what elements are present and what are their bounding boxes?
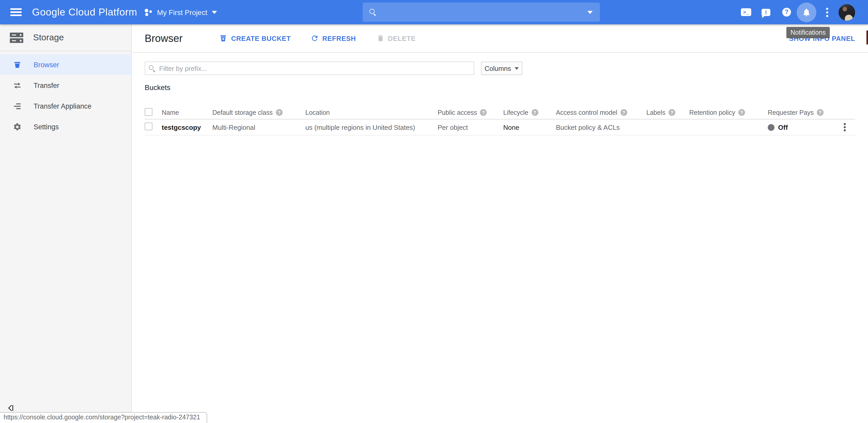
requester-pays-value: Off bbox=[778, 123, 788, 131]
storage-class-cell: Multi-Regional bbox=[212, 123, 305, 131]
requester-pays-cell: Off bbox=[768, 123, 842, 131]
create-bucket-label: CREATE BUCKET bbox=[231, 34, 291, 42]
sidebar-item-label: Settings bbox=[34, 123, 59, 131]
bell-hover-circle bbox=[797, 2, 816, 22]
column-header: Retention policy bbox=[689, 109, 735, 116]
row-menu-kebab-icon[interactable] bbox=[844, 123, 846, 131]
storage-product-icon bbox=[9, 31, 24, 44]
sidebar-item-label: Browser bbox=[34, 61, 59, 68]
project-selector[interactable]: My First Project bbox=[145, 0, 217, 24]
column-header: Name bbox=[162, 109, 179, 116]
sidebar-item-transfer-appliance[interactable]: Transfer Appliance bbox=[0, 96, 131, 116]
notifications-tooltip: Notifications bbox=[786, 27, 830, 38]
sidebar-item-browser[interactable]: Browser bbox=[0, 54, 131, 75]
column-header: Public access bbox=[438, 109, 477, 116]
table-row: testgcscopy Multi-Regional us (multiple … bbox=[145, 119, 855, 136]
transfer-arrows-icon bbox=[13, 81, 22, 90]
cloud-shell-button[interactable]: >_ bbox=[740, 0, 752, 24]
main-content: Browser CREATE BUCKET REFRESH DELETE bbox=[132, 24, 868, 423]
page-title: Browser bbox=[145, 32, 183, 44]
search-dropdown-icon[interactable] bbox=[587, 10, 593, 14]
create-bucket-button[interactable]: CREATE BUCKET bbox=[219, 34, 291, 43]
appliance-list-icon bbox=[13, 102, 22, 110]
bucket-icon bbox=[13, 60, 22, 69]
notifications-button[interactable] bbox=[797, 0, 816, 24]
create-bucket-icon bbox=[219, 34, 227, 43]
table-header-row: Name Default storage class Location Publ… bbox=[145, 106, 855, 119]
help-icon[interactable] bbox=[621, 109, 627, 116]
help-icon[interactable] bbox=[276, 109, 282, 116]
public-access-cell: Per object bbox=[438, 123, 503, 131]
avatar bbox=[839, 4, 855, 21]
question-icon: ? bbox=[782, 8, 791, 17]
sidebar-item-label: Transfer bbox=[34, 81, 59, 89]
menu-icon[interactable] bbox=[10, 8, 22, 16]
help-icon[interactable] bbox=[817, 109, 824, 116]
screen-edge-artifact bbox=[866, 30, 868, 45]
location-cell: us (multiple regions in United States) bbox=[305, 123, 438, 131]
search-input[interactable] bbox=[380, 4, 583, 20]
bucket-name-cell[interactable]: testgcscopy bbox=[162, 123, 212, 131]
delete-button[interactable]: DELETE bbox=[377, 34, 416, 43]
columns-label: Columns bbox=[485, 64, 511, 72]
access-control-cell: Bucket policy & ACLs bbox=[556, 123, 646, 131]
help-button[interactable]: ? bbox=[782, 0, 791, 24]
refresh-button[interactable]: REFRESH bbox=[311, 34, 356, 43]
column-header: Labels bbox=[646, 109, 665, 116]
refresh-label: REFRESH bbox=[322, 34, 356, 42]
sidebar-item-label: Transfer Appliance bbox=[34, 102, 91, 110]
filter-search-icon bbox=[149, 65, 155, 72]
more-options-button[interactable] bbox=[826, 0, 828, 24]
help-icon[interactable] bbox=[669, 109, 675, 116]
chevron-down-icon bbox=[212, 10, 217, 14]
filter-field bbox=[145, 61, 474, 75]
sidebar-item-settings[interactable]: Settings bbox=[0, 116, 131, 137]
lifecycle-cell: None bbox=[503, 123, 556, 131]
sidebar-header: Storage bbox=[0, 24, 131, 51]
column-header: Lifecycle bbox=[503, 109, 528, 116]
column-header: Location bbox=[305, 109, 330, 116]
sidebar: Storage Browser Transfer bbox=[0, 24, 132, 423]
buckets-section-label: Buckets bbox=[145, 83, 855, 91]
delete-label: DELETE bbox=[388, 34, 416, 42]
column-header: Requester Pays bbox=[768, 109, 814, 116]
sidebar-title: Storage bbox=[33, 32, 64, 43]
project-name: My First Project bbox=[157, 8, 207, 16]
trash-icon bbox=[377, 34, 384, 43]
collapse-nav-icon[interactable] bbox=[7, 404, 14, 412]
search-icon bbox=[369, 9, 376, 16]
top-nav-bar: Google Cloud Platform My First Project >… bbox=[0, 0, 868, 24]
select-all-checkbox[interactable] bbox=[145, 108, 152, 116]
chevron-down-icon bbox=[515, 67, 519, 69]
column-header: Default storage class bbox=[212, 109, 273, 116]
terminal-icon: >_ bbox=[741, 8, 751, 16]
row-checkbox[interactable] bbox=[145, 122, 152, 130]
filter-input[interactable] bbox=[145, 61, 474, 75]
sidebar-nav: Browser Transfer Transfer Appliance bbox=[0, 54, 131, 137]
feedback-button[interactable]: ! bbox=[762, 0, 770, 24]
status-dot-icon bbox=[768, 124, 774, 131]
help-icon[interactable] bbox=[480, 109, 487, 116]
product-logo: Google Cloud Platform bbox=[32, 0, 137, 24]
refresh-icon bbox=[311, 34, 319, 43]
sidebar-item-transfer[interactable]: Transfer bbox=[0, 75, 131, 96]
global-search-bar[interactable] bbox=[363, 3, 600, 22]
gcp-console: Google Cloud Platform My First Project >… bbox=[0, 0, 868, 423]
browser-status-url: https://console.cloud.google.com/storage… bbox=[0, 412, 207, 423]
bell-icon bbox=[802, 7, 811, 17]
action-bar: Browser CREATE BUCKET REFRESH DELETE bbox=[132, 24, 868, 53]
help-icon[interactable] bbox=[531, 109, 538, 116]
project-icon bbox=[145, 8, 152, 16]
buckets-table: Name Default storage class Location Publ… bbox=[145, 106, 855, 136]
kebab-icon bbox=[826, 7, 828, 17]
column-header: Access control model bbox=[556, 109, 617, 116]
account-button[interactable] bbox=[839, 0, 855, 24]
help-icon[interactable] bbox=[738, 109, 745, 116]
filter-toolbar: Columns bbox=[145, 61, 855, 75]
feedback-icon: ! bbox=[762, 8, 770, 16]
gear-icon bbox=[13, 122, 22, 131]
columns-button[interactable]: Columns bbox=[481, 61, 522, 75]
